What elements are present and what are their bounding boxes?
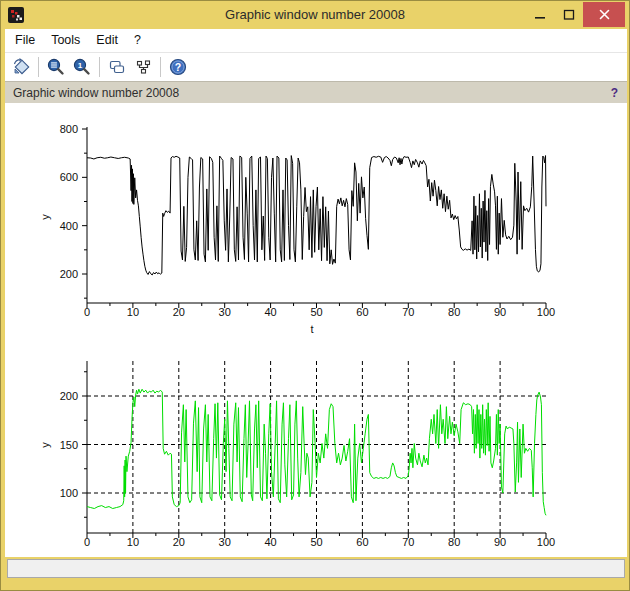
- svg-text:40: 40: [264, 536, 276, 548]
- svg-text:100: 100: [537, 306, 555, 318]
- zoom-area-icon: [46, 57, 66, 77]
- svg-text:90: 90: [494, 306, 506, 318]
- zoom-reset-icon: 1: [72, 57, 92, 77]
- zoom-area-button[interactable]: [44, 55, 68, 79]
- figure-info-text: Graphic window number 20008: [5, 86, 179, 100]
- svg-text:0: 0: [84, 306, 90, 318]
- svg-text:10: 10: [127, 536, 139, 548]
- graph-editor-icon: [133, 57, 153, 77]
- svg-text:?: ?: [175, 61, 181, 73]
- svg-text:400: 400: [60, 220, 78, 232]
- titlebar[interactable]: Graphic window number 20008: [1, 1, 629, 29]
- top-plot: 0102030405060708090100200400600800yt: [39, 123, 555, 335]
- close-icon: [599, 9, 610, 20]
- svg-text:t: t: [310, 323, 313, 335]
- scilab-graphic-window: Graphic window number 20008 File Tools E…: [0, 0, 630, 591]
- maximize-icon: [563, 9, 575, 21]
- help-button[interactable]: ?: [166, 55, 190, 79]
- menu-file[interactable]: File: [5, 29, 43, 52]
- minimize-icon: [534, 9, 546, 21]
- menu-edit[interactable]: Edit: [88, 29, 126, 52]
- zoom-reset-button[interactable]: 1: [70, 55, 94, 79]
- svg-text:200: 200: [60, 390, 78, 402]
- svg-text:80: 80: [448, 306, 460, 318]
- svg-text:30: 30: [219, 536, 231, 548]
- graph-editor-button[interactable]: [131, 55, 155, 79]
- svg-text:y: y: [39, 214, 51, 220]
- svg-text:800: 800: [60, 123, 78, 135]
- menu-help[interactable]: ?: [126, 29, 149, 52]
- svg-text:60: 60: [356, 536, 368, 548]
- figure-info-bar: Graphic window number 20008 ?: [5, 81, 627, 103]
- toolbar-separator: [38, 57, 39, 77]
- close-button[interactable]: [583, 2, 625, 27]
- infobar-help-icon[interactable]: ?: [611, 86, 627, 100]
- help-icon: ?: [168, 57, 188, 77]
- svg-text:y: y: [39, 442, 51, 448]
- plots-svg: 0102030405060708090100200400600800yt 010…: [5, 103, 627, 557]
- svg-text:70: 70: [402, 306, 414, 318]
- svg-text:60: 60: [356, 306, 368, 318]
- bottom-plot: 0102030405060708090100100150200y: [39, 361, 555, 548]
- svg-text:30: 30: [219, 306, 231, 318]
- svg-text:70: 70: [402, 536, 414, 548]
- svg-text:20: 20: [173, 536, 185, 548]
- figure-canvas[interactable]: 0102030405060708090100200400600800yt 010…: [5, 103, 627, 557]
- menu-tools[interactable]: Tools: [43, 29, 88, 52]
- maximize-button[interactable]: [554, 2, 583, 27]
- svg-text:50: 50: [310, 536, 322, 548]
- svg-text:20: 20: [173, 306, 185, 318]
- menu-bar: File Tools Edit ?: [5, 29, 627, 53]
- svg-text:40: 40: [264, 306, 276, 318]
- svg-text:100: 100: [60, 487, 78, 499]
- svg-text:150: 150: [60, 439, 78, 451]
- scilab-app-icon: [8, 7, 24, 23]
- status-bar: [7, 559, 625, 578]
- toolbar: 1 ?: [5, 53, 627, 81]
- svg-text:200: 200: [60, 268, 78, 280]
- rotate-button[interactable]: [9, 55, 33, 79]
- svg-text:1: 1: [78, 61, 83, 70]
- window-controls: [525, 2, 625, 27]
- copy-figure-button[interactable]: [105, 55, 129, 79]
- toolbar-separator: [99, 57, 100, 77]
- rotate-icon: [11, 57, 31, 77]
- svg-text:90: 90: [494, 536, 506, 548]
- svg-text:50: 50: [310, 306, 322, 318]
- svg-text:100: 100: [537, 536, 555, 548]
- svg-text:600: 600: [60, 171, 78, 183]
- svg-text:10: 10: [127, 306, 139, 318]
- toolbar-separator: [160, 57, 161, 77]
- svg-text:80: 80: [448, 536, 460, 548]
- svg-text:0: 0: [84, 536, 90, 548]
- copy-figure-icon: [107, 57, 127, 77]
- minimize-button[interactable]: [525, 2, 554, 27]
